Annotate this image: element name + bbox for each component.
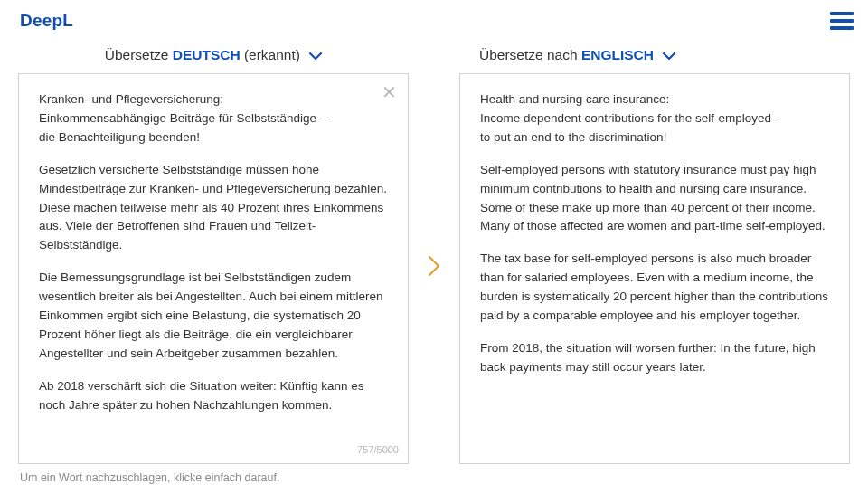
app-header: DeepL [0, 0, 868, 38]
chevron-down-icon [663, 48, 675, 64]
target-paragraph: Self-employed persons with statutory ins… [480, 161, 829, 237]
target-column: Übersetze nach ENGLISCH Health and nursi… [459, 47, 850, 464]
target-paragraph: From 2018, the situation will worsen fur… [480, 339, 829, 377]
target-text-pane[interactable]: Health and nursing care insurance: Incom… [459, 73, 850, 464]
source-detected-suffix: (erkannt) [241, 47, 300, 62]
source-column: Übersetze DEUTSCH (erkannt) ✕ Kranken- u… [18, 47, 409, 464]
chevron-down-icon [309, 48, 322, 64]
source-label-prefix: Übersetze [105, 47, 173, 62]
target-label-prefix: Übersetze nach [479, 47, 581, 62]
target-paragraph: Health and nursing care insurance: Incom… [480, 90, 829, 147]
target-language: ENGLISCH [581, 47, 654, 62]
target-paragraph: The tax base for self-employed persons i… [480, 250, 829, 326]
source-paragraph: Die Bemessungsgrundlage ist bei Selbstst… [39, 269, 388, 364]
source-paragraph: Gesetzlich versicherte Selbstständige mü… [39, 161, 388, 256]
translator-main: Übersetze DEUTSCH (erkannt) ✕ Kranken- u… [0, 38, 868, 464]
source-text-pane[interactable]: ✕ Kranken- und Pflegeversicherung: Einko… [18, 73, 409, 464]
swap-column [409, 47, 459, 464]
target-language-selector[interactable]: Übersetze nach ENGLISCH [459, 47, 850, 64]
clear-source-icon[interactable]: ✕ [382, 83, 397, 101]
source-language-selector[interactable]: Übersetze DEUTSCH (erkannt) [18, 47, 409, 64]
character-count: 757/5000 [357, 442, 399, 458]
source-language: DEUTSCH [173, 47, 241, 62]
source-paragraph: Ab 2018 verschärft sich die Situation we… [39, 377, 388, 415]
swap-languages-icon[interactable] [426, 253, 442, 285]
menu-icon[interactable] [830, 12, 854, 30]
source-paragraph: Kranken- und Pflegeversicherung: Einkomm… [39, 90, 388, 147]
brand-logo[interactable]: DeepL [20, 11, 73, 31]
lookup-hint: Um ein Wort nachzuschlagen, klicke einfa… [0, 464, 868, 484]
